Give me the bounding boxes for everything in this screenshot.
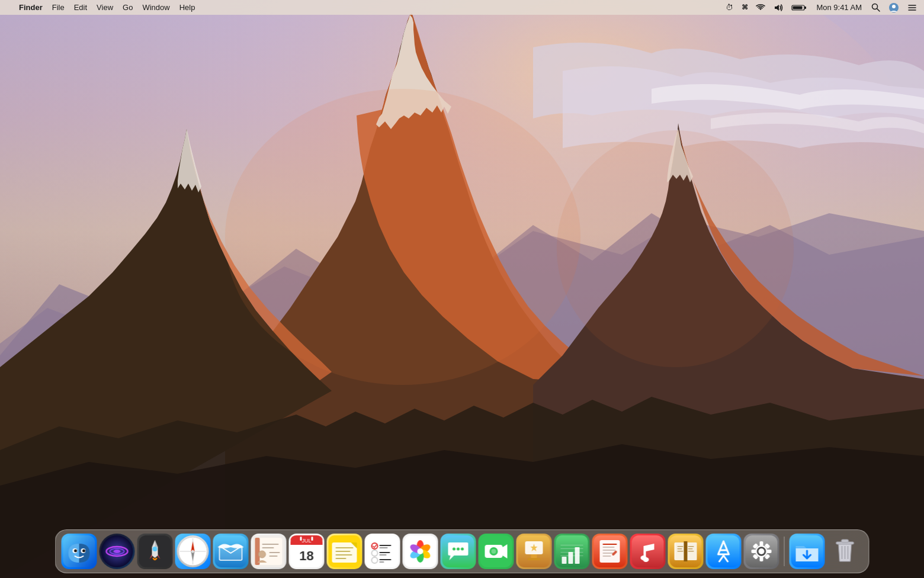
dock-trash[interactable] <box>827 534 863 569</box>
dock-launchpad[interactable] <box>137 534 173 569</box>
dock-contacts[interactable] <box>251 534 287 569</box>
svg-rect-129 <box>752 550 756 553</box>
desktop: Finder File Edit View Go Window Help ⏱ ⌘ <box>0 0 924 578</box>
svg-rect-65 <box>380 559 392 560</box>
control-center-icon[interactable] <box>905 4 919 12</box>
dock-photos[interactable] <box>403 534 438 569</box>
dock-keynote[interactable] <box>516 534 552 569</box>
dock-system-preferences[interactable] <box>744 534 779 569</box>
dock-numbers[interactable] <box>554 534 590 569</box>
dock-downloads[interactable] <box>790 534 825 569</box>
svg-point-77 <box>457 548 460 551</box>
volume-icon[interactable] <box>771 4 785 12</box>
svg-point-78 <box>461 548 464 551</box>
dock-finder[interactable] <box>62 534 97 569</box>
svg-rect-59 <box>380 545 392 546</box>
svg-point-76 <box>453 548 455 551</box>
menubar-right: ⏱ ⌘ <box>723 2 919 13</box>
svg-rect-60 <box>380 547 388 548</box>
svg-rect-130 <box>767 550 772 553</box>
svg-rect-39 <box>262 544 279 545</box>
svg-text:JUL: JUL <box>301 538 311 544</box>
svg-text:18: 18 <box>299 548 313 563</box>
dock-music[interactable] <box>630 534 666 569</box>
svg-rect-105 <box>632 535 664 567</box>
svg-rect-93 <box>561 545 583 545</box>
finder-menu[interactable]: Finder <box>14 0 47 15</box>
go-menu[interactable]: Go <box>118 0 137 15</box>
svg-rect-66 <box>380 561 384 563</box>
svg-rect-115 <box>678 548 682 550</box>
svg-rect-101 <box>603 550 616 551</box>
file-menu[interactable]: File <box>47 0 69 15</box>
svg-point-11 <box>892 5 896 8</box>
svg-rect-116 <box>678 551 684 552</box>
svg-rect-38 <box>255 538 260 565</box>
svg-rect-128 <box>760 557 763 561</box>
svg-rect-63 <box>380 554 387 555</box>
svg-rect-6 <box>804 7 806 9</box>
svg-point-107 <box>643 557 649 562</box>
dock-notes[interactable] <box>327 534 362 569</box>
svg-rect-52 <box>332 542 357 563</box>
menubar: Finder File Edit View Go Window Help ⏱ ⌘ <box>0 0 924 15</box>
svg-rect-55 <box>336 554 352 555</box>
svg-rect-138 <box>842 540 849 542</box>
svg-line-9 <box>877 9 880 12</box>
svg-rect-102 <box>603 553 614 554</box>
svg-rect-42 <box>270 552 280 553</box>
dock-siri[interactable] <box>100 534 135 569</box>
svg-rect-43 <box>270 555 278 557</box>
user-icon[interactable] <box>886 2 901 13</box>
svg-rect-114 <box>678 546 684 547</box>
svg-rect-95 <box>561 552 583 553</box>
bluetooth-icon[interactable]: ⌘ <box>739 4 750 11</box>
svg-rect-56 <box>336 558 346 559</box>
dock: 18 JUL <box>55 529 870 573</box>
svg-point-83 <box>492 549 496 554</box>
svg-point-24 <box>114 550 121 553</box>
dock-appstore[interactable] <box>706 534 742 569</box>
help-menu[interactable]: Help <box>175 0 200 15</box>
view-menu[interactable]: View <box>92 0 118 15</box>
clock-display: Mon 9:41 AM <box>813 3 865 12</box>
svg-rect-117 <box>688 546 694 547</box>
window-menu[interactable]: Window <box>137 0 174 15</box>
dock-pages[interactable] <box>592 534 628 569</box>
svg-rect-103 <box>603 555 611 557</box>
dock-mail[interactable] <box>213 534 249 569</box>
dock-reminders[interactable] <box>365 534 400 569</box>
dock-calendar[interactable]: 18 JUL <box>289 534 325 569</box>
svg-rect-91 <box>569 552 573 564</box>
dock-messages[interactable] <box>441 534 476 569</box>
time-machine-icon[interactable]: ⏱ <box>723 3 736 12</box>
svg-rect-87 <box>531 554 537 558</box>
svg-rect-50 <box>312 537 313 541</box>
svg-rect-100 <box>603 547 615 548</box>
svg-rect-90 <box>562 557 567 564</box>
dock-separator <box>784 537 785 566</box>
search-icon[interactable] <box>869 3 883 12</box>
svg-rect-53 <box>336 547 354 548</box>
svg-rect-118 <box>688 548 693 550</box>
svg-point-26 <box>153 547 158 551</box>
svg-rect-99 <box>603 544 617 545</box>
svg-rect-54 <box>336 551 351 552</box>
wifi-icon[interactable] <box>753 4 768 12</box>
svg-point-41 <box>259 551 266 558</box>
svg-rect-127 <box>760 541 763 546</box>
edit-menu[interactable]: Edit <box>69 0 92 15</box>
svg-rect-49 <box>300 537 302 541</box>
dock-books[interactable] <box>668 534 704 569</box>
dock-safari[interactable] <box>175 534 211 569</box>
svg-rect-113 <box>684 541 688 561</box>
svg-point-74 <box>418 548 424 554</box>
dock-facetime[interactable] <box>479 534 514 569</box>
battery-icon[interactable] <box>789 4 809 12</box>
svg-point-126 <box>759 548 765 554</box>
apple-menu[interactable] <box>5 0 14 15</box>
svg-rect-120 <box>708 535 740 567</box>
svg-rect-94 <box>561 548 583 549</box>
svg-rect-40 <box>262 547 274 548</box>
svg-rect-7 <box>793 6 803 9</box>
